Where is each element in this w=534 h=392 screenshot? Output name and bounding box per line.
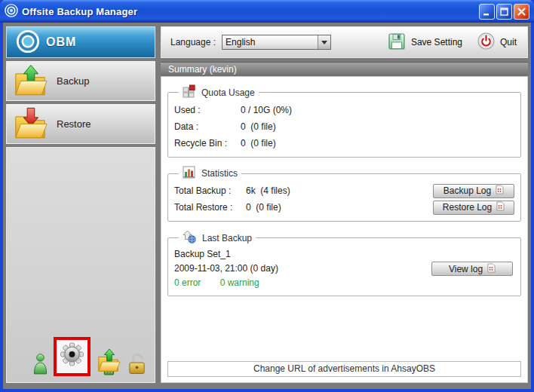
bar-chart-icon (183, 166, 195, 181)
window-body: OBM Backup (3, 23, 531, 389)
quota-usage-section: Quota Usage Used : 0 / 10G (0%) Data : 0… (167, 84, 521, 158)
restore-log-button[interactable]: Restore Log (433, 201, 514, 215)
view-log-button[interactable]: View log (431, 262, 513, 276)
view-log-button-label: View log (449, 264, 483, 274)
quota-data-label: Data : (174, 121, 241, 132)
settings-gear-highlight-box[interactable] (54, 337, 91, 376)
quota-row-used: Used : 0 / 10G (0%) (174, 102, 514, 118)
folder-down-arrow-icon (13, 106, 48, 142)
total-restore-value: 0 (0 file) (246, 202, 433, 213)
quota-used-value: 0 / 10G (0%) (241, 105, 292, 115)
obm-logo-text: OBM (46, 35, 76, 49)
statistics-legend: Statistics (179, 166, 241, 181)
last-backup-details: Backup Set_1 2009-11-03, 21:00 (0 day) 0… (174, 247, 431, 290)
language-selected-value: English (222, 37, 318, 47)
maximize-button[interactable] (496, 4, 512, 20)
document-icon (496, 185, 504, 197)
app-logo-icon (5, 4, 18, 20)
last-backup-legend: Last Backup (179, 230, 256, 246)
minimize-button[interactable] (479, 4, 495, 20)
unlock-icon[interactable] (127, 351, 147, 376)
close-button[interactable] (514, 4, 529, 20)
titlebar: Offsite Backup Manager (0, 0, 534, 23)
quota-usage-title: Quota Usage (201, 87, 255, 98)
folder-up-arrow-icon (13, 63, 48, 100)
power-icon (477, 32, 495, 52)
export-backup-set-icon[interactable] (96, 348, 121, 376)
quota-data-value: 0 (0 file) (241, 121, 276, 132)
sidebar-item-backup[interactable]: Backup (6, 61, 155, 101)
total-backup-label: Total Backup : (174, 185, 246, 196)
settings-gear-icon (60, 342, 84, 369)
quota-usage-legend: Quota Usage (179, 84, 259, 100)
main-content: Language : English (161, 26, 528, 383)
backup-set-name: Backup Set_1 (174, 247, 431, 262)
floppy-disk-icon (388, 32, 406, 53)
backup-timestamp: 2009-11-03, 21:00 (0 day) (174, 262, 431, 276)
statistics-row-backup: Total Backup : 6k (4 files) Backup Log (174, 182, 514, 199)
save-setting-button[interactable]: Save Setting (388, 32, 462, 53)
quota-used-label: Used : (174, 105, 241, 115)
restore-log-button-label: Restore Log (443, 202, 492, 213)
sidebar-footer-icons (7, 337, 155, 382)
obm-logo-icon (16, 29, 40, 56)
summary-header: Summary (kevin) (161, 62, 528, 76)
sidebar-item-restore[interactable]: Restore (6, 104, 155, 144)
statistics-section: Statistics Total Backup : 6k (4 files) B… (167, 166, 521, 222)
quit-label: Quit (500, 37, 517, 47)
quota-row-recycle-bin: Recycle Bin : 0 (0 file) (174, 135, 514, 152)
document-icon (487, 263, 496, 275)
summary-panel: Quota Usage Used : 0 / 10G (0%) Data : 0… (161, 76, 528, 383)
language-label: Language : (170, 37, 216, 47)
backup-log-button-label: Backup Log (443, 185, 491, 196)
window-controls (479, 4, 529, 20)
app-window: Offsite Backup Manager (0, 0, 534, 392)
chevron-down-icon[interactable] (318, 35, 330, 49)
quota-recycle-value: 0 (0 file) (241, 138, 276, 149)
error-count: 0 error (174, 277, 201, 288)
advertisement-banner[interactable]: Change URL of advertisements in AhsayOBS (167, 361, 521, 377)
sidebar-panel (6, 147, 155, 383)
save-setting-label: Save Setting (411, 37, 462, 47)
quota-grid-icon (183, 84, 195, 100)
window-title: Offsite Backup Manager (22, 6, 137, 17)
total-backup-value: 6k (4 files) (246, 185, 433, 196)
backup-status: 0 error 0 warning (174, 276, 431, 290)
quota-recycle-label: Recycle Bin : (174, 138, 241, 149)
sidebar: OBM Backup (6, 26, 155, 383)
language-select[interactable]: English (222, 35, 331, 50)
quit-button[interactable]: Quit (477, 32, 517, 52)
total-restore-label: Total Restore : (174, 202, 246, 213)
sidebar-item-backup-label: Backup (57, 75, 89, 87)
topbar: Language : English (161, 26, 528, 58)
upload-globe-icon (183, 230, 196, 246)
document-icon (496, 201, 505, 213)
last-backup-section: Last Backup Backup Set_1 2009-11-03, 21:… (167, 230, 521, 296)
quota-row-data: Data : 0 (0 file) (174, 118, 514, 135)
statistics-row-restore: Total Restore : 0 (0 file) Restore Log (174, 199, 514, 216)
obm-logo-header[interactable]: OBM (6, 26, 155, 58)
sidebar-item-restore-label: Restore (57, 118, 91, 130)
last-backup-title: Last Backup (202, 233, 252, 243)
backup-log-button[interactable]: Backup Log (433, 184, 514, 198)
warning-count: 0 warning (220, 277, 259, 288)
user-icon[interactable] (32, 353, 48, 376)
statistics-title: Statistics (201, 168, 238, 179)
